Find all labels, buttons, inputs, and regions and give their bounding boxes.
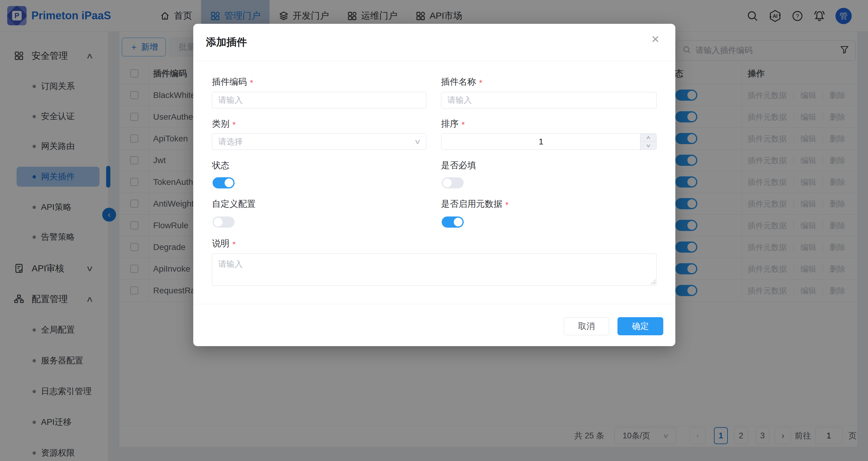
spinner-up-icon[interactable]: ∧ (640, 133, 656, 142)
cancel-button[interactable]: 取消 (564, 317, 609, 335)
add-plugin-modal: 添加插件 ✕ 插件编码* 插件名称* 类别* 排序* 请选择 ∨ ∧ ∨ (193, 24, 675, 346)
status-label: 状态 (212, 160, 229, 171)
required-mark: * (505, 201, 508, 210)
required-field-toggle[interactable] (442, 177, 464, 188)
plugin-code-label: 插件编码* (212, 76, 253, 87)
chevron-down-icon: ∨ (414, 138, 421, 146)
number-spinner: ∧ ∨ (640, 133, 656, 150)
required-mark: * (232, 120, 236, 130)
description-label: 说明* (212, 238, 236, 249)
required-field-label: 是否必填 (441, 160, 476, 171)
close-icon[interactable]: ✕ (651, 34, 660, 44)
modal-title: 添加插件 (206, 35, 247, 49)
required-mark: * (462, 120, 465, 130)
plugin-name-input[interactable] (441, 92, 657, 109)
description-textarea[interactable] (212, 253, 657, 286)
spinner-down-icon[interactable]: ∨ (640, 142, 656, 150)
custom-config-toggle[interactable] (213, 216, 235, 228)
required-mark: * (250, 79, 253, 88)
modal-header-divider (193, 61, 675, 61)
category-select[interactable]: 请选择 ∨ (212, 133, 426, 150)
custom-config-label: 自定义配置 (212, 199, 256, 210)
sort-number-input[interactable] (441, 133, 641, 150)
category-label: 类别* (212, 119, 236, 129)
status-toggle[interactable] (213, 177, 235, 188)
plugin-code-input[interactable] (212, 92, 426, 109)
enable-metadata-label: 是否启用元数据* (441, 199, 508, 210)
modal-footer-divider (193, 304, 675, 304)
sort-label: 排序* (441, 119, 465, 129)
required-mark: * (232, 240, 236, 249)
required-mark: * (479, 79, 483, 88)
app-root: P Primeton iPaaS 首页 管理门户 开发门户 (0, 0, 868, 461)
enable-metadata-toggle[interactable] (442, 216, 464, 228)
plugin-name-label: 插件名称* (441, 76, 483, 87)
sort-number-field: ∧ ∨ (441, 133, 657, 150)
confirm-button[interactable]: 确定 (617, 317, 663, 335)
